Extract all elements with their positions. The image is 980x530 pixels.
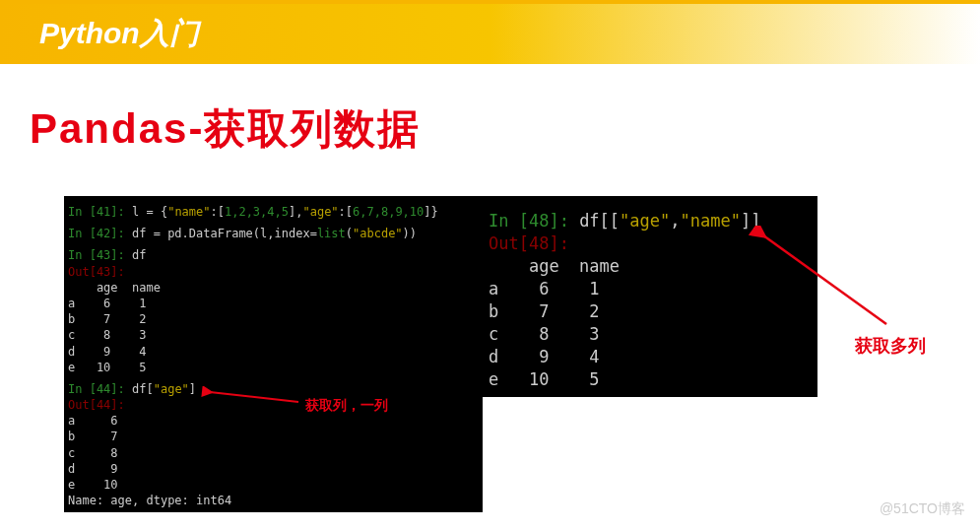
main-title: Pandas-获取列数据: [30, 101, 980, 157]
annotation-single-col: 获取列，一列: [305, 396, 388, 415]
code-text: df[[: [569, 211, 620, 231]
in-prompt: In [44]:: [68, 382, 125, 396]
code-str: "abcde": [353, 227, 403, 240]
code-int: 1,2,3,4,5: [225, 205, 289, 219]
code-str: "name": [167, 205, 210, 219]
header-bar: Python入门: [0, 0, 980, 64]
in-prompt: In [43]:: [68, 248, 125, 262]
code-block-left: In [41]: l = {"name":[1,2,3,4,5],"age":[…: [64, 196, 483, 512]
table-out44: a 6 b 7 c 8 d 9 e 10 Name: age, dtype: i…: [68, 413, 479, 508]
watermark: @51CTO博客: [880, 500, 965, 518]
in-prompt: In [42]:: [68, 227, 125, 240]
line-out48: Out[48]:: [489, 232, 812, 255]
code-text: ],: [289, 205, 302, 219]
code-str: "age": [154, 382, 189, 396]
in-prompt: In [41]:: [68, 205, 125, 219]
line-out43: Out[43]:: [68, 264, 479, 280]
code-text: (: [346, 227, 353, 240]
line-in48: In [48]: df[["age","name"]]: [489, 210, 812, 232]
table-out48: age name a 6 1 b 7 2 c 8 3 d 9 4 e 10 5: [489, 255, 812, 391]
code-text: ]}: [424, 205, 437, 219]
code-int: 6,7,8,9,10: [353, 205, 424, 219]
header-title: Python入门: [39, 14, 199, 54]
line-in41: In [41]: l = {"name":[1,2,3,4,5],"age":[…: [68, 204, 479, 220]
line-in42: In [42]: df = pd.DataFrame(l,index=list(…: [68, 226, 479, 241]
code-str: "age": [620, 211, 670, 231]
table-out43: age name a 6 1 b 7 2 c 8 3 d 9 4 e 10 5: [68, 280, 479, 375]
out-prompt: Out[44]:: [68, 398, 125, 412]
code-str: "name": [681, 211, 741, 231]
code-text: ]: [189, 382, 196, 396]
in-prompt: In [48]:: [489, 211, 569, 231]
code-text: df[: [125, 382, 154, 396]
code-area: In [41]: l = {"name":[1,2,3,4,5],"age":[…: [0, 196, 980, 512]
code-block-right: In [48]: df[["age","name"]] Out[48]: age…: [483, 196, 817, 397]
code-text: :[: [211, 205, 225, 219]
line-in43: In [43]: df: [68, 247, 479, 263]
out-prompt: Out[48]:: [489, 233, 569, 253]
code-text: :[: [339, 205, 353, 219]
code-text: l = {: [125, 205, 167, 219]
out-prompt: Out[43]:: [68, 265, 125, 279]
code-str: "age": [302, 205, 338, 219]
annotation-multi-col: 获取多列: [855, 334, 926, 358]
code-text: ]]: [741, 211, 760, 231]
line-out44: Out[44]:: [68, 397, 479, 413]
line-in44: In [44]: df["age"]: [68, 381, 479, 397]
right-column: In [48]: df[["age","name"]] Out[48]: age…: [492, 196, 950, 512]
code-text: ,: [670, 211, 680, 231]
code-text: df: [125, 248, 147, 262]
code-text: )): [403, 227, 417, 240]
code-text: df = pd.DataFrame(l,index=: [125, 227, 317, 240]
code-func: list: [317, 227, 346, 240]
